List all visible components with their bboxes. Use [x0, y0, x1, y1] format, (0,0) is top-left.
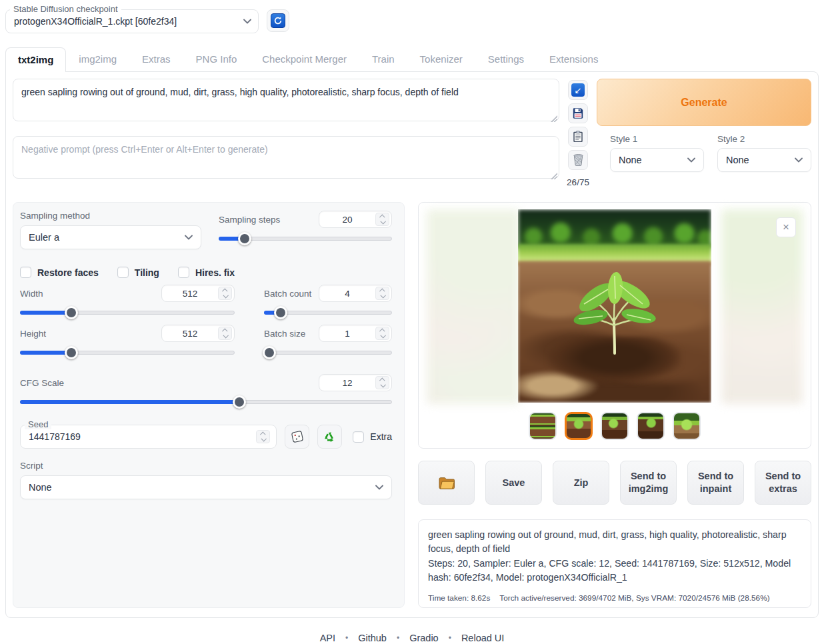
chevron-down-icon [687, 157, 695, 163]
script-value: None [29, 482, 52, 493]
trash-icon [573, 154, 584, 166]
dice-icon [291, 430, 304, 443]
tiling-checkbox[interactable]: Tiling [117, 267, 159, 278]
thumbnail-selected[interactable] [565, 412, 593, 440]
height-slider[interactable] [20, 346, 235, 359]
tab-png-info[interactable]: PNG Info [183, 47, 250, 71]
style2-label: Style 2 [717, 134, 811, 144]
save-style-button[interactable] [568, 103, 588, 123]
stepper-icon[interactable] [375, 327, 389, 340]
generated-image[interactable] [518, 209, 711, 403]
stepper-icon[interactable] [218, 327, 232, 340]
sapling-illustration [561, 269, 668, 356]
arrow-down-left-icon: ↙ [571, 83, 585, 97]
batch-count-input[interactable]: 4 [319, 285, 392, 302]
tab-extras[interactable]: Extras [129, 47, 183, 71]
clipboard-icon [572, 131, 584, 143]
send-to-extras-button[interactable]: Send to extras [755, 461, 811, 505]
script-label: Script [20, 461, 392, 471]
thumbnail[interactable] [601, 412, 629, 440]
chevron-down-icon [243, 19, 251, 24]
sampling-method-select[interactable]: Euler a [20, 225, 201, 249]
generate-button[interactable]: Generate [597, 79, 811, 126]
clear-prompt-button[interactable] [568, 150, 588, 170]
tab-extensions[interactable]: Extensions [537, 47, 611, 71]
width-input[interactable]: 512 [161, 285, 235, 302]
batch-size-slider[interactable] [264, 346, 392, 359]
refresh-checkpoints-button[interactable] [267, 9, 289, 32]
thumbnail-grid[interactable] [529, 412, 557, 440]
gallery-blur-right [721, 209, 803, 404]
seed-input[interactable]: Seed 1441787169 [20, 425, 277, 449]
style1-label: Style 1 [610, 134, 704, 144]
zip-button[interactable]: Zip [553, 461, 609, 505]
stepper-icon[interactable] [375, 376, 389, 389]
stepper-icon[interactable] [218, 287, 232, 300]
height-input[interactable]: 512 [161, 325, 235, 342]
stepper-icon[interactable] [375, 213, 389, 226]
sampling-steps-input[interactable]: 20 [319, 211, 392, 228]
batch-count-slider[interactable] [264, 306, 392, 319]
folder-icon [438, 475, 455, 490]
generation-settings-panel: Sampling method Euler a Sampling steps 2… [13, 202, 405, 608]
recycle-icon [323, 430, 337, 443]
tab-img2img[interactable]: img2img [66, 47, 129, 71]
open-folder-button[interactable] [418, 461, 475, 505]
checkpoint-value: protogenX34OfficialR_1.ckpt [60fe2f34] [14, 16, 177, 27]
thumbnail[interactable] [637, 412, 665, 440]
seed-label: Seed [25, 419, 51, 429]
generation-info: green sapling rowing out of ground, mud,… [418, 519, 811, 608]
apply-style-button[interactable] [568, 127, 588, 147]
checkpoint-select[interactable]: Stable Diffusion checkpoint protogenX34O… [5, 9, 259, 33]
checkpoint-bar: Stable Diffusion checkpoint protogenX34O… [0, 0, 824, 36]
random-seed-button[interactable] [285, 425, 309, 449]
style2-value: None [726, 155, 749, 165]
paste-params-button[interactable]: ↙ [568, 80, 588, 100]
close-icon: × [783, 221, 789, 234]
width-slider[interactable] [20, 306, 235, 319]
time-taken-text: Time taken: 8.62s [428, 593, 490, 603]
send-to-img2img-button[interactable]: Send to img2img [620, 461, 677, 505]
tab-checkpoint-merger[interactable]: Checkpoint Merger [249, 47, 359, 71]
send-to-inpaint-button[interactable]: Send to inpaint [687, 461, 744, 505]
sampling-method-value: Euler a [29, 232, 59, 243]
chevron-down-icon [185, 235, 193, 240]
results-panel: × Save Zip Send to [418, 202, 811, 608]
save-button[interactable]: Save [485, 461, 542, 505]
prompt-input[interactable]: green sapling rowing out of ground, mud,… [13, 79, 559, 121]
tab-txt2img[interactable]: txt2img [5, 47, 66, 72]
width-label: Width [20, 289, 43, 299]
extra-seed-checkbox[interactable]: Extra [353, 431, 392, 443]
github-link[interactable]: Github [358, 633, 387, 643]
gallery-blur-left [427, 209, 520, 404]
sampling-steps-slider[interactable] [219, 232, 392, 245]
negative-prompt-input[interactable] [13, 136, 559, 179]
txt2img-panel: green sapling rowing out of ground, mud,… [5, 71, 819, 618]
token-counter: 26/75 [567, 177, 589, 187]
style1-select[interactable]: None [610, 148, 704, 172]
stepper-icon[interactable] [256, 430, 270, 443]
thumbnail[interactable] [673, 412, 701, 440]
cfg-scale-input[interactable]: 12 [319, 374, 392, 391]
batch-size-input[interactable]: 1 [319, 325, 392, 342]
info-time-row: Time taken: 8.62sTorch active/reserved: … [428, 590, 801, 607]
tab-settings[interactable]: Settings [475, 47, 537, 71]
hires-fix-checkbox[interactable]: Hires. fix [178, 267, 235, 278]
reuse-seed-button[interactable] [317, 425, 342, 449]
gradio-link[interactable]: Gradio [409, 633, 439, 643]
tab-train[interactable]: Train [359, 47, 407, 71]
cfg-scale-label: CFG Scale [20, 378, 64, 388]
chevron-down-icon [795, 157, 803, 163]
stepper-icon[interactable] [375, 287, 389, 300]
main-tabs: txt2img img2img Extras PNG Info Checkpoi… [0, 36, 824, 71]
image-actions: Save Zip Send to img2img Send to inpaint… [418, 461, 811, 505]
style2-select[interactable]: None [717, 148, 811, 172]
batch-count-label: Batch count [264, 289, 311, 299]
api-link[interactable]: API [320, 633, 335, 643]
tab-tokenizer[interactable]: Tokenizer [407, 47, 475, 71]
close-gallery-button[interactable]: × [776, 217, 796, 237]
script-select[interactable]: None [20, 475, 392, 499]
cfg-scale-slider[interactable] [20, 395, 392, 409]
restore-faces-checkbox[interactable]: Restore faces [20, 267, 99, 278]
reload-ui-link[interactable]: Reload UI [461, 633, 504, 643]
